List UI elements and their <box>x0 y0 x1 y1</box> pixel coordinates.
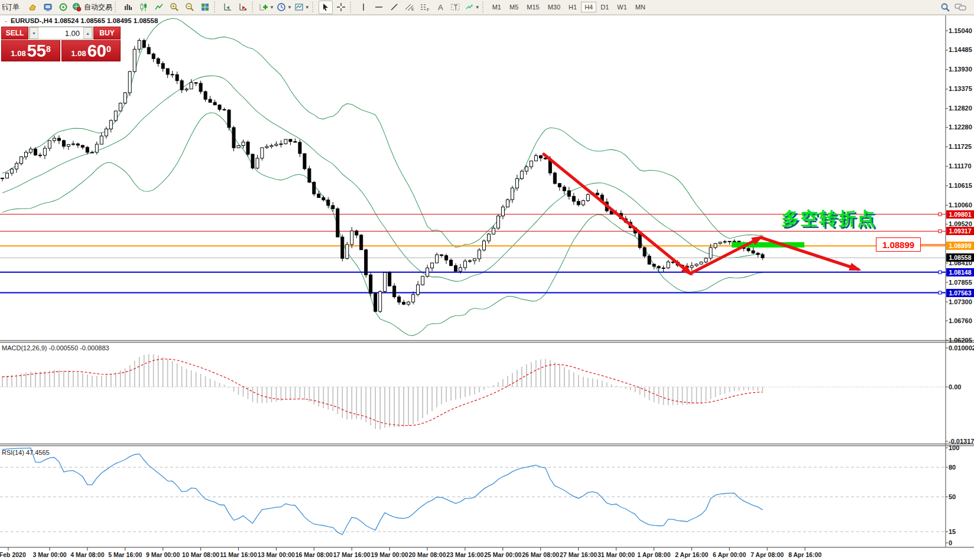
cursor-icon <box>321 2 330 12</box>
price-axis-badge: 1.08558 <box>946 253 974 262</box>
chart-shift-icon <box>223 2 232 12</box>
signal-icon <box>59 2 68 12</box>
template-button[interactable]: ▼ <box>294 1 310 14</box>
trendline-tool[interactable] <box>387 1 401 14</box>
zoom-in-icon <box>170 2 179 12</box>
line-chart-button[interactable] <box>152 1 166 14</box>
timeframe-button-h4[interactable]: H4 <box>581 2 596 12</box>
timeframe-bar: M1M5M15M30H1H4D1W1MN <box>488 1 650 13</box>
sell-price-prefix: 1.08 <box>11 48 25 60</box>
sell-price-sup: 8 <box>46 41 51 57</box>
zoom-out-button[interactable] <box>183 1 197 14</box>
channel-icon: E <box>404 2 415 12</box>
timeframe-button-d1[interactable]: D1 <box>596 1 613 13</box>
search-button[interactable] <box>938 1 952 14</box>
line-chart-icon <box>154 2 164 12</box>
volume-decrease-button[interactable]: ▼ <box>30 27 38 39</box>
time-axis-label: 26 Mar 08:00 <box>522 551 559 558</box>
symbol-period-label: EURUSD-,H4 <box>11 17 52 24</box>
price-axis-label: 1.12820 <box>949 105 972 112</box>
price-axis-label: 1.07855 <box>949 279 972 286</box>
toolbar-grip <box>214 2 217 12</box>
time-axis-label: 28 Feb 2020 <box>0 551 26 558</box>
arrows-objects-tool[interactable]: ▼ <box>464 1 480 14</box>
zoom-out-icon <box>185 2 194 12</box>
new-order-label: 新订单 <box>2 2 20 12</box>
equidistant-channel-tool[interactable]: E <box>402 1 417 14</box>
indicator-axis-label: 100 <box>949 444 959 451</box>
horizontal-line-tool[interactable] <box>372 1 386 14</box>
price-axis-label: 1.14485 <box>949 46 972 53</box>
cursor-tool-button[interactable] <box>319 1 333 14</box>
chart-shift-button[interactable] <box>220 1 235 14</box>
bar-chart-icon <box>124 2 133 12</box>
toolbar: 新订单 自动交易 <box>0 0 974 15</box>
time-axis-label: 6 Apr 00:00 <box>713 551 746 558</box>
price-axis-label: 1.07300 <box>949 298 972 305</box>
chart-autoscroll-button[interactable] <box>236 1 250 14</box>
timeframe-button-w1[interactable]: W1 <box>613 1 631 13</box>
price-axis-label: 1.10060 <box>949 201 972 209</box>
chart-autoscroll-icon <box>238 2 248 12</box>
chart-canvas[interactable] <box>0 0 974 560</box>
sell-price-box[interactable]: 1.08 55 8 <box>1 40 60 61</box>
tile-windows-button[interactable] <box>198 1 212 14</box>
gold-nugget-icon[interactable] <box>25 1 40 14</box>
macd-label: MACD(12,26,9) -0.000550 -0.000883 <box>2 344 109 351</box>
volume-increase-button[interactable]: ▲ <box>83 27 92 39</box>
toolbar-grip <box>312 2 316 12</box>
text-label-icon: T <box>450 2 461 12</box>
vertical-line-tool[interactable] <box>356 1 371 14</box>
sell-button[interactable]: SELL <box>1 27 28 40</box>
bar-chart-button[interactable] <box>121 1 135 14</box>
timeframe-button-m30[interactable]: M30 <box>544 1 564 13</box>
signal-icon-button[interactable] <box>56 1 70 14</box>
one-click-trading-widget: SELL ▼ 1.00 ▲ BUY 1.08 55 8 1.08 60 0 <box>1 27 121 61</box>
autotrading-button[interactable]: 自动交易 <box>72 1 113 14</box>
chevron-down-icon: ▼ <box>475 5 480 10</box>
time-axis-label: 13 Mar 00:00 <box>258 551 295 558</box>
arrow-shape-icon <box>465 2 474 12</box>
timeframe-button-m15[interactable]: M15 <box>522 1 543 13</box>
new-order-button[interactable]: 新订单 <box>2 1 24 14</box>
rsi-label: RSI(14) 47.4565 <box>2 449 50 456</box>
volume-input[interactable]: 1.00 <box>38 27 83 39</box>
price-axis-badge: 1.08899 <box>946 242 974 250</box>
buy-price-main: 60 <box>87 43 106 60</box>
price-axis-badge: 1.09801 <box>946 210 974 219</box>
terminal-icon-button[interactable] <box>41 1 55 14</box>
turning-point-annotation: 多空转折点 <box>781 207 876 231</box>
buy-button[interactable]: BUY <box>93 27 121 40</box>
candlestick-chart-icon <box>139 2 148 12</box>
toolbar-right-group <box>937 1 968 14</box>
ohlc-values: 1.08524 1.08565 1.08495 1.08558 <box>54 17 158 24</box>
time-axis-label: 16 Mar 08:00 <box>296 551 333 558</box>
timeframe-button-m5[interactable]: M5 <box>505 1 522 13</box>
indicator-axis-label: 80 <box>949 464 956 471</box>
period-clock-button[interactable]: ▼ <box>276 1 293 14</box>
search-icon <box>940 2 950 12</box>
time-axis-label: 17 Mar 16:00 <box>333 551 371 558</box>
zoom-in-button[interactable] <box>167 1 181 14</box>
terminal-icon <box>43 2 53 12</box>
fibonacci-tool[interactable]: F <box>418 1 432 14</box>
time-axis-label: 9 Mar 00:00 <box>146 551 180 558</box>
timeframe-button-mn[interactable]: MN <box>631 1 650 13</box>
text-label-tool[interactable]: T <box>449 1 463 14</box>
time-axis-label: 23 Mar 16:00 <box>446 551 483 558</box>
indicator-axis-label: 50 <box>949 493 956 500</box>
time-axis-label: 27 Mar 16:00 <box>560 551 597 558</box>
timeframe-button-m1[interactable]: M1 <box>488 1 505 13</box>
toolbar-grip <box>350 2 353 12</box>
buy-price-sup: 0 <box>106 41 111 57</box>
price-tag-label[interactable]: 1.08899 <box>876 237 921 252</box>
timeframe-button-h1[interactable]: H1 <box>564 1 581 13</box>
candlestick-chart-button[interactable] <box>137 1 151 14</box>
text-tool[interactable]: A <box>433 1 447 14</box>
price-axis-label: 1.13930 <box>949 66 972 73</box>
chat-button[interactable] <box>953 1 967 14</box>
add-indicator-icon <box>259 2 268 12</box>
add-indicator-button[interactable]: ▼ <box>258 1 275 14</box>
buy-price-box[interactable]: 1.08 60 0 <box>61 40 121 61</box>
crosshair-tool-button[interactable] <box>334 1 348 14</box>
